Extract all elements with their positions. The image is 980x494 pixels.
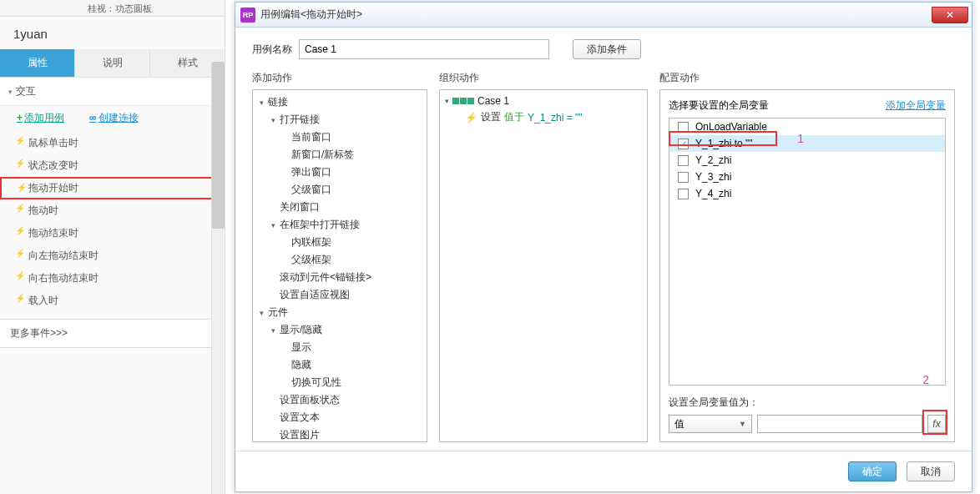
tree-node[interactable]: ▾打开链接 [253, 111, 427, 129]
case-tree[interactable]: ▾ Case 1 ⚡ 设置 值于 Y_1_zhi = "" [440, 90, 647, 129]
checkbox[interactable] [678, 122, 689, 133]
tree-node[interactable]: 关闭窗口 [253, 199, 427, 216]
tree-node[interactable]: 设置面板状态 [253, 391, 427, 409]
event-item[interactable]: 向左拖动结束时 [0, 244, 225, 267]
panel-caption: 桂视：功态圆板 [0, 0, 225, 17]
event-item[interactable]: 拖动开始时 [0, 177, 225, 199]
variable-list: OnLoadVariable✓Y_1_zhi to ""Y_2_zhiY_3_z… [669, 118, 946, 386]
tree-node[interactable]: 父级框架 [253, 251, 427, 269]
columns: 添加动作 ▾链接▾打开链接当前窗口新窗口/新标签弹出窗口父级窗口关闭窗口▾在框架… [252, 71, 955, 442]
checkbox[interactable] [678, 155, 689, 166]
dropdown-value: 值 [674, 417, 684, 431]
tree-node[interactable]: 设置文本 [253, 409, 427, 426]
case-name-input[interactable] [299, 39, 549, 59]
tree-node[interactable]: ▾显示/隐藏 [253, 321, 427, 339]
event-item[interactable]: 拖动结束时 [0, 222, 225, 244]
close-button[interactable]: ✕ [932, 7, 968, 23]
action-mid: 值于 [504, 110, 524, 124]
more-events[interactable]: 更多事件>>> [0, 319, 225, 348]
value-input[interactable] [757, 415, 922, 433]
configure-action-column: 配置动作 选择要设置的全局变量 添加全局变量 OnLoadVariable✓Y_… [659, 71, 955, 442]
expand-icon[interactable]: ▾ [445, 97, 449, 105]
dialog-title: 用例编辑<拖动开始时> [260, 8, 932, 22]
dialog-titlebar[interactable]: RP 用例编辑<拖动开始时> ✕ [235, 3, 972, 28]
variable-name: OnLoadVariable [695, 121, 767, 133]
checkbox[interactable] [678, 172, 689, 183]
tab-notes[interactable]: 说明 [75, 49, 150, 77]
fx-button[interactable]: fx [927, 415, 946, 433]
tree-node[interactable]: ▾在框架中打开链接 [253, 216, 427, 234]
tree-node[interactable]: 当前窗口 [253, 129, 427, 146]
checkbox[interactable] [678, 189, 689, 199]
event-list: 鼠标单击时状态改变时拖动开始时拖动时拖动结束时向左拖动结束时向右拖动结束时载入时 [0, 130, 225, 314]
variable-row[interactable]: OnLoadVariable [669, 118, 945, 135]
variable-row[interactable]: Y_3_zhi [669, 169, 945, 185]
event-item[interactable]: 状态改变时 [0, 154, 225, 177]
value-section: 设置全局变量值为： 值 ▼ fx [669, 396, 946, 433]
variable-name: Y_2_zhi [695, 154, 731, 166]
tree-node[interactable]: 新窗口/新标签 [253, 146, 427, 164]
tree-node[interactable]: 弹出窗口 [253, 164, 427, 181]
case-row[interactable]: ▾ Case 1 [445, 93, 642, 108]
add-action-column: 添加动作 ▾链接▾打开链接当前窗口新窗口/新标签弹出窗口父级窗口关闭窗口▾在框架… [252, 71, 427, 442]
tree-node[interactable]: 设置图片 [253, 426, 427, 442]
scroll-thumb[interactable] [212, 62, 225, 229]
dialog-buttons: 确定 取消 [235, 451, 972, 491]
add-condition-button[interactable]: 添加条件 [573, 39, 641, 59]
variable-header-label: 选择要设置的全局变量 [669, 98, 769, 113]
tree-node[interactable]: 切换可见性 [253, 374, 427, 391]
event-item[interactable]: 鼠标单击时 [0, 132, 225, 154]
variable-name: Y_3_zhi [695, 171, 731, 183]
add-case-link[interactable]: +添加用例 [17, 111, 64, 125]
variable-name: Y_4_zhi [695, 188, 731, 199]
variable-name: Y_1_zhi to "" [695, 138, 753, 149]
create-link-link[interactable]: ∞创建连接 [89, 111, 139, 125]
close-icon: ✕ [946, 9, 954, 21]
action-variable: Y_1_zhi = "" [528, 112, 583, 124]
tree-node[interactable]: ▾链接 [253, 93, 427, 111]
interaction-links: +添加用例 ∞创建连接 [0, 106, 225, 130]
variable-header: 选择要设置的全局变量 添加全局变量 [669, 98, 946, 113]
action-prefix: 设置 [481, 110, 501, 124]
cancel-button[interactable]: 取消 [907, 461, 955, 481]
tree-node[interactable]: 内联框架 [253, 234, 427, 251]
tree-node[interactable]: 隐藏 [253, 356, 427, 374]
organize-action-column: 组织动作 ▾ Case 1 ⚡ 设置 值于 Y_1_zhi = "" [439, 71, 648, 442]
configure-action-box: 选择要设置的全局变量 添加全局变量 OnLoadVariable✓Y_1_zhi… [659, 89, 955, 442]
add-action-box: ▾链接▾打开链接当前窗口新窗口/新标签弹出窗口父级窗口关闭窗口▾在框架中打开链接… [252, 89, 427, 442]
dialog-body: 用例名称 添加条件 添加动作 ▾链接▾打开链接当前窗口新窗口/新标签弹出窗口父级… [235, 28, 972, 491]
action-tree[interactable]: ▾链接▾打开链接当前窗口新窗口/新标签弹出窗口父级窗口关闭窗口▾在框架中打开链接… [253, 90, 427, 442]
value-type-dropdown[interactable]: 值 ▼ [669, 415, 752, 433]
widget-name: 1yuan [0, 17, 225, 49]
annotation-2: 2 [922, 373, 929, 386]
checkbox[interactable]: ✓ [678, 139, 689, 149]
event-item[interactable]: 向右拖动结束时 [0, 267, 225, 290]
scrollbar[interactable] [211, 62, 225, 494]
add-action-header: 添加动作 [252, 71, 427, 89]
action-row[interactable]: ⚡ 设置 值于 Y_1_zhi = "" [445, 108, 642, 126]
panel-tabs: 属性 说明 样式 [0, 49, 225, 78]
variable-row[interactable]: Y_2_zhi [669, 152, 945, 169]
tree-node[interactable]: 父级窗口 [253, 181, 427, 199]
value-label: 设置全局变量值为： [669, 396, 946, 410]
case-name-label: 用例名称 [252, 43, 292, 57]
properties-panel: 桂视：功态圆板 1yuan 属性 说明 样式 交互 +添加用例 ∞创建连接 鼠标… [0, 0, 225, 494]
annotation-1: 1 [797, 132, 804, 145]
variable-row[interactable]: ✓Y_1_zhi to "" [669, 135, 945, 152]
ok-button[interactable]: 确定 [848, 461, 897, 481]
section-interactions[interactable]: 交互 [0, 78, 225, 106]
event-item[interactable]: 拖动时 [0, 199, 225, 222]
event-item[interactable]: 载入时 [0, 290, 225, 312]
tree-node[interactable]: 设置自适应视图 [253, 286, 427, 304]
tree-node[interactable]: ▾元件 [253, 304, 427, 321]
tree-node[interactable]: 显示 [253, 339, 427, 356]
case-icon [452, 98, 474, 104]
configure-action-header: 配置动作 [659, 71, 955, 89]
tree-node[interactable]: 滚动到元件<锚链接> [253, 269, 427, 286]
case-name-row: 用例名称 添加条件 [252, 39, 955, 59]
add-global-variable-link[interactable]: 添加全局变量 [886, 98, 946, 113]
case-name-text: Case 1 [477, 95, 509, 107]
variable-row[interactable]: Y_4_zhi [669, 185, 945, 202]
tab-properties[interactable]: 属性 [0, 49, 75, 77]
app-icon: RP [240, 8, 255, 23]
